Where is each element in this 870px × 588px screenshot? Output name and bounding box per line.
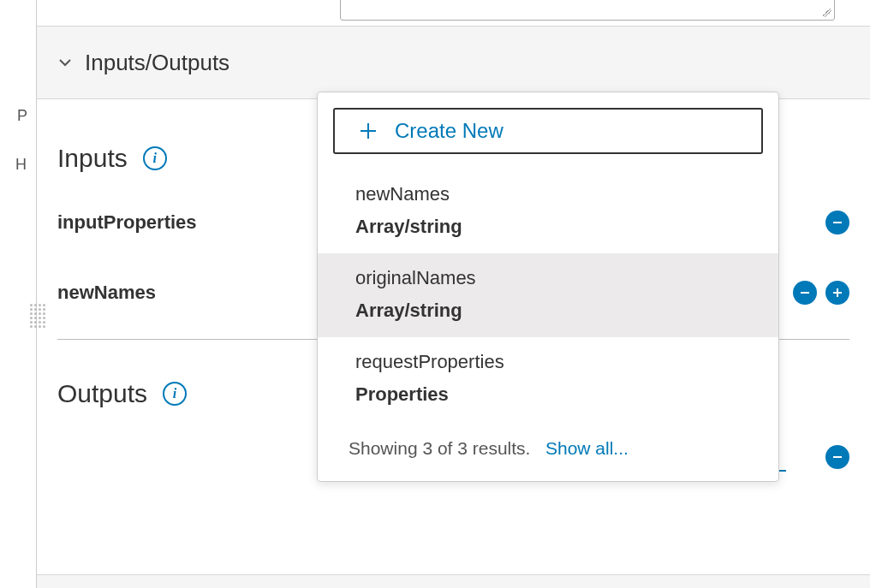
item-type: Array/string: [355, 216, 741, 238]
remove-input-button[interactable]: [825, 211, 849, 235]
main-panel: Inputs/Outputs Inputs i inputProperties …: [36, 0, 870, 588]
variable-picker-popover: Create New newNames Array/string origina…: [317, 92, 779, 482]
svg-rect-1: [801, 292, 809, 294]
svg-rect-3: [837, 288, 838, 297]
next-section-header: [37, 574, 870, 588]
inputs-outputs-header[interactable]: Inputs/Outputs: [37, 26, 870, 99]
item-name: newNames: [355, 183, 741, 205]
popover-item-requestProperties[interactable]: requestProperties Properties: [318, 337, 778, 421]
drag-handle-icon[interactable]: [30, 304, 44, 330]
input-label: inputProperties: [57, 211, 197, 234]
create-new-button[interactable]: Create New: [333, 108, 763, 154]
gutter-letter-h: H: [15, 156, 27, 174]
popover-footer: Showing 3 of 3 results. Show all...: [318, 421, 778, 481]
svg-rect-0: [833, 222, 842, 223]
show-all-link[interactable]: Show all...: [545, 438, 629, 458]
item-name: originalNames: [355, 267, 741, 289]
outputs-title: Outputs: [57, 379, 147, 408]
info-icon[interactable]: i: [143, 146, 167, 170]
svg-rect-6: [833, 456, 842, 458]
gutter-letter-p: P: [17, 107, 27, 125]
inputs-title: Inputs: [57, 144, 128, 173]
info-icon[interactable]: i: [163, 382, 187, 406]
input-label: newNames: [57, 282, 156, 304]
popover-item-originalNames[interactable]: originalNames Array/string: [318, 253, 778, 337]
plus-icon: [359, 122, 378, 140]
item-name: requestProperties: [355, 351, 741, 373]
chevron-down-icon: [57, 55, 73, 70]
description-textarea[interactable]: [340, 0, 835, 21]
popover-item-newNames[interactable]: newNames Array/string: [318, 169, 778, 253]
top-field-area: [37, 0, 870, 26]
remove-output-button[interactable]: [825, 445, 849, 469]
create-new-label: Create New: [395, 119, 504, 143]
item-type: Properties: [355, 383, 741, 406]
results-count-text: Showing 3 of 3 results.: [349, 438, 530, 458]
section-header-title: Inputs/Outputs: [85, 50, 229, 76]
item-type: Array/string: [355, 300, 741, 322]
remove-input-button[interactable]: [793, 281, 817, 305]
add-input-button[interactable]: [825, 281, 849, 305]
